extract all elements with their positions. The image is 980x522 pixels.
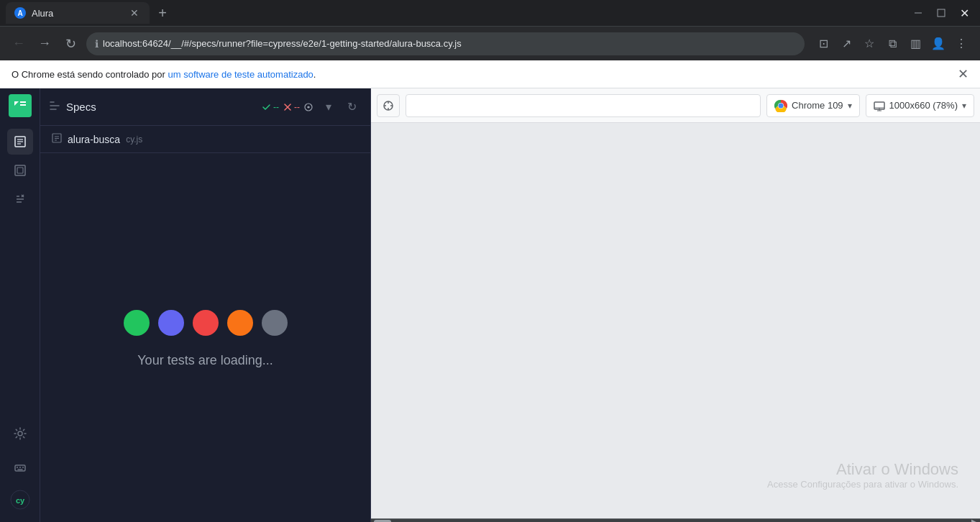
menu-icon[interactable]: ⋮ — [951, 34, 971, 54]
preview-content: Ativar o Windows Acesse Configurações pa… — [371, 123, 980, 518]
close-button[interactable]: ✕ — [954, 3, 974, 23]
dot-blue — [158, 310, 184, 336]
viewport-selector[interactable]: 1000x660 (78%) ▾ — [866, 94, 974, 117]
browser-wrapper: A Alura ✕ + ✕ ← → ↻ ℹ localhost:64624/__… — [0, 0, 980, 522]
spec-file-icon — [52, 133, 62, 145]
sidebar: cy — [0, 88, 40, 522]
sidebar-item-settings[interactable] — [7, 421, 33, 447]
share-icon[interactable]: ↗ — [836, 34, 856, 54]
minimize-button[interactable] — [908, 3, 928, 23]
tab-title: Alura — [32, 8, 122, 19]
specs-header-icon — [49, 100, 60, 114]
browser-name: Chrome 109 — [792, 100, 843, 111]
svg-rect-4 — [20, 101, 26, 103]
svg-rect-3 — [938, 9, 945, 17]
svg-rect-2 — [915, 13, 922, 14]
sidebar-item-cy-logo[interactable]: cy — [7, 487, 33, 513]
fail-count: -- — [294, 102, 300, 112]
notification-link[interactable]: um software de teste automatizado — [168, 69, 313, 80]
tab-favicon: A — [14, 7, 26, 19]
back-button[interactable]: ← — [9, 34, 29, 54]
forward-button[interactable]: → — [35, 34, 55, 54]
svg-rect-5 — [20, 104, 26, 106]
svg-rect-10 — [15, 165, 25, 175]
header-actions: ▾ ↻ — [319, 97, 362, 117]
window-controls: ✕ — [908, 3, 974, 23]
main-panel: Specs -- -- ▾ ↻ — [40, 88, 371, 522]
chrome-icon — [774, 99, 787, 112]
specs-title: Specs — [66, 101, 257, 113]
app-content: cy Specs -- — [0, 88, 980, 522]
dot-red — [193, 310, 219, 336]
windows-watermark: Ativar o Windows Acesse Configurações pa… — [767, 460, 958, 490]
dot-orange — [227, 310, 253, 336]
extension-icon[interactable]: ⧉ — [882, 34, 902, 54]
toolbar-icons: ⊡ ↗ ☆ ⧉ ▥ 👤 ⋮ — [813, 34, 971, 54]
svg-text:A: A — [17, 9, 22, 17]
spec-file-name: alura-busca — [68, 134, 120, 145]
maximize-button[interactable] — [931, 3, 951, 23]
url-bar[interactable]: ℹ localhost:64624/__/#/specs/runner?file… — [86, 32, 805, 55]
sidebar-item-specs[interactable] — [7, 129, 33, 155]
spec-file-item[interactable]: alura-busca cy.js — [40, 126, 370, 153]
pass-badge: -- — [262, 102, 279, 112]
refresh-button[interactable]: ↻ — [342, 97, 362, 117]
viewport-text: 1000x660 (78%) — [889, 100, 958, 111]
pass-count: -- — [273, 102, 279, 112]
scroll-thumb[interactable] — [374, 520, 391, 523]
reload-button[interactable]: ↻ — [60, 34, 81, 54]
tab-bar: A Alura ✕ + ✕ — [0, 0, 980, 26]
cast-icon[interactable]: ⊡ — [813, 34, 833, 54]
svg-point-39 — [779, 104, 783, 107]
scrollbar[interactable]: ▶ — [371, 518, 980, 522]
address-bar: ← → ↻ ℹ localhost:64624/__/#/specs/runne… — [0, 26, 980, 60]
spec-file-ext: cy.js — [126, 134, 142, 145]
browser-selector[interactable]: Chrome 109 ▾ — [766, 94, 860, 117]
watermark-title: Ativar o Windows — [767, 460, 958, 479]
sidebar-logo[interactable] — [9, 94, 32, 117]
dropdown-button[interactable]: ▾ — [319, 97, 339, 117]
dot-green — [124, 310, 150, 336]
browser-dropdown-arrow: ▾ — [848, 101, 852, 111]
url-text: localhost:64624/__/#/specs/runner?file=c… — [103, 38, 796, 49]
profile-icon[interactable]: 👤 — [928, 34, 948, 54]
status-badges: -- -- — [262, 102, 313, 112]
svg-point-17 — [18, 431, 22, 436]
crosshair-button[interactable] — [377, 94, 400, 117]
preview-toolbar: Chrome 109 ▾ 1000x660 (78%) ▾ — [371, 88, 980, 123]
loading-dots — [124, 310, 288, 336]
viewport-dropdown-arrow: ▾ — [962, 101, 966, 111]
sidebar-item-keyboard[interactable] — [7, 455, 33, 481]
loading-text: Your tests are loading... — [137, 353, 273, 368]
notification-close-button[interactable]: ✕ — [958, 66, 968, 82]
preview-url-input[interactable] — [406, 94, 761, 117]
sidebar-toggle-icon[interactable]: ▥ — [905, 34, 925, 54]
notification-text: O Chrome está sendo controlado por um so… — [12, 69, 316, 80]
svg-rect-11 — [17, 168, 23, 173]
sidebar-item-runs[interactable] — [7, 157, 33, 183]
fail-badge: -- — [283, 102, 300, 112]
new-tab-button[interactable]: + — [152, 3, 173, 23]
notification-bar: O Chrome está sendo controlado por um so… — [0, 60, 980, 88]
active-tab[interactable]: A Alura ✕ — [6, 2, 150, 24]
tab-close-button[interactable]: ✕ — [128, 6, 141, 19]
bookmark-icon[interactable]: ☆ — [859, 34, 879, 54]
sidebar-item-debug[interactable] — [7, 186, 33, 212]
loading-area: Your tests are loading... — [40, 153, 370, 522]
run-badge — [304, 103, 313, 111]
svg-text:cy: cy — [15, 496, 24, 505]
dot-gray — [262, 310, 288, 336]
viewport-icon — [874, 100, 885, 111]
watermark-sub: Acesse Configurações para ativar o Windo… — [767, 479, 958, 490]
secure-icon: ℹ — [95, 38, 99, 50]
preview-pane: Chrome 109 ▾ 1000x660 (78%) ▾ — [371, 88, 980, 522]
specs-header: Specs -- -- ▾ ↻ — [40, 88, 370, 126]
